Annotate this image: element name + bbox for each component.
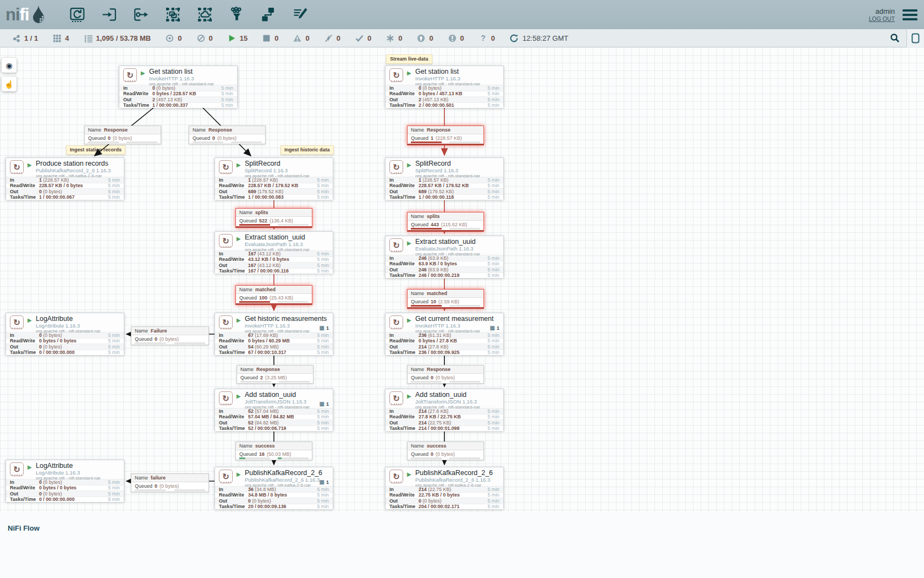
processor-bundle: org.apache.nifi - nifi-standard-nar [149,81,237,86]
global-menu-button[interactable] [903,7,917,23]
size-backpressure-bar [231,141,262,143]
processor-stamp-icon: ↻ [389,238,403,252]
connection-label[interactable]: Name Response Queued 0 (0 bytes) [84,126,161,144]
connection-label[interactable]: Name failure Queued 0 (0 bytes) [131,473,209,492]
processor[interactable]: ↻ ▶ Extract station_uuid EvaluateJsonPat… [215,231,333,274]
processor[interactable]: ↻ ▶ Produce station records PublishKafka… [6,157,124,200]
search-button[interactable] [890,33,900,43]
connection-label[interactable]: Name matched Queued 100 (25.43 KB) [235,285,312,305]
toolbar-output-port-button[interactable] [133,6,150,24]
queued-count: 0 [108,135,111,141]
running-status-icon: ▶ [237,317,241,323]
connection-relationship: Response [208,127,232,133]
processor-stamp-icon: ↻ [10,160,24,174]
running-status-icon: ▶ [407,317,411,323]
toolbar-process-group-button[interactable] [164,6,182,24]
processor[interactable]: ↻ ▶ SplitRecord SplitRecord 1.16.3 org.a… [385,157,504,200]
connection-label[interactable]: Name success Queued 0 (0 bytes) [407,441,484,460]
queued-size: (0 bytes) [160,483,179,489]
processor-name: LogAttribute [36,313,124,323]
canvas-label[interactable]: Stream live-data [386,54,432,64]
last-refreshed[interactable]: 12:58:27 GMT [510,34,568,42]
connection-label[interactable]: Name matched Queued 10 (2.59 KB) [407,289,484,309]
processor[interactable]: ↻ ▶ Get station list InvokeHTTP 1.16.3 o… [385,66,504,108]
processor[interactable]: ↻ ▶ PublishKafkaRecord_2_6 PublishKafkaR… [215,467,333,509]
logout-link[interactable]: LOG OUT [869,15,895,22]
queued-count: 0 [155,336,157,342]
connection-relationship: Failure [151,328,167,334]
target-tool-button[interactable]: ◉ [2,58,16,73]
count-backpressure-bar [88,141,119,143]
processor[interactable]: ↻ ▶ Add station_uuid JoltTransformJSON 1… [385,389,504,431]
processor-stamp-icon: ↻ [219,160,233,174]
connection-label[interactable]: Name splits Queued 522 (136.4 KB) [235,208,312,228]
processor-type: PublishKafkaRecord_2_6 1.16.3 [36,167,124,173]
queued-size: (25.43 KB) [270,295,293,301]
breadcrumb-root[interactable]: NiFi Flow [8,524,40,532]
connection-label[interactable]: Name Response Queued 1 (228.57 KB) [407,126,484,145]
processor[interactable]: ↻ ▶ Extract station_uuid EvaluateJsonPat… [385,236,504,278]
connection-relationship: Response [427,367,450,372]
processor-name: Get station list [149,66,237,75]
connection-label[interactable]: Name Failure Queued 0 (0 bytes) [131,326,209,345]
connection-relationship: splits [427,214,440,219]
toolbar-processor-button[interactable] [69,6,86,24]
canvas-label[interactable]: Ingest historic data [280,145,334,155]
queued-count: 443 [431,222,439,227]
search-icon [890,33,900,43]
stat-row: Tasks/Time0 / 00:00:00.0005 min [6,497,124,503]
processor[interactable]: ↻ ▶ Get current measurement InvokeHTTP 1… [385,313,504,355]
connection-label[interactable]: Name Response Queued 0 (0 bytes) [407,365,484,384]
connection-label[interactable]: Name Response Queued 2 (3.25 MB) [237,365,314,384]
processor-name: Add station_uuid [245,389,333,399]
processor[interactable]: ↻ ▶ Get station list InvokeHTTP 1.16.3 o… [119,66,238,108]
toolbar-label-button[interactable] [292,6,310,24]
connection-label[interactable]: Name success Queued 16 (50.03 MB) [235,441,312,460]
flow-canvas[interactable]: Ingest station recordsIngest historic da… [0,47,924,578]
toolbar-template-button[interactable] [260,6,278,24]
stat-row: Read/Write0 bytes / 228.57 KB5 min [119,91,237,97]
connection-relationship: failure [151,475,166,481]
toolbar-remote-process-group-button[interactable] [196,6,214,24]
processor[interactable]: ↻ ▶ LogAttribute LogAttribute 1.16.3 org… [6,313,124,355]
queued-count: 16 [259,451,265,457]
canvas-label[interactable]: Ingest station records [66,145,125,155]
stat-row: Out2 (457.13 KB)5 min [386,96,503,102]
connection-label[interactable]: Name Response Queued 0 (0 bytes) [189,126,266,144]
stat-row: Read/Write0 bytes / 0 bytes5 min [6,485,124,491]
count-backpressure-bar [411,457,442,459]
stat-row: Read/Write0 bytes / 60.29 MB5 min [215,338,333,344]
queued-size: (0 bytes) [113,135,132,141]
processor-stamp-icon: ↻ [389,68,403,82]
processor[interactable]: ↻ ▶ PublishKafkaRecord_2_6 PublishKafkaR… [385,467,504,509]
stat-row: Tasks/Time1 / 00:00:00.0675 min [6,194,124,200]
nifi-logo: nifi [6,4,47,25]
toolbar-funnel-button[interactable] [228,6,246,24]
processor[interactable]: ↻ ▶ Add station_uuid JoltTransformJSON 1… [215,389,333,431]
processor[interactable]: ↻ ▶ Get historic measurements InvokeHTTP… [215,313,333,355]
hand-pointer-tool-button[interactable]: ☝ [2,77,16,91]
processor[interactable]: ↻ ▶ SplitRecord SplitRecord 1.16.3 org.a… [215,157,333,200]
toolbar-input-port-button[interactable] [101,6,118,24]
connection-relationship: matched [427,291,447,296]
processor-icon [69,6,86,23]
processor-stamp-icon: ↻ [10,315,24,329]
panel-toggle-button[interactable] [906,29,924,47]
stat-row: Read/Write22.75 KB / 0 bytes5 min [386,492,503,498]
processor-stamp-icon: ↻ [389,315,403,329]
stat-row: Out0 (0 bytes)5 min [6,188,124,194]
threads-icon [53,34,61,42]
processor-name: Get station list [415,66,503,75]
remote-process-group-icon [196,6,213,23]
processor-bundle: org.apache.nifi - nifi-standard-nar [245,247,333,252]
queued-size: (0 bytes) [436,375,455,380]
processor[interactable]: ↻ ▶ LogAttribute LogAttribute 1.16.3 org… [6,460,124,502]
processor-name: Get historic measurements [245,313,333,323]
nifi-drop-icon [30,4,47,25]
processor-name: SplitRecord [415,158,503,167]
connection-relationship: success [255,443,275,449]
panel-icon [911,33,920,43]
connection-label[interactable]: Name splits Queued 443 (115.62 KB) [407,212,484,232]
active-threads-badge: ▦1 [320,325,329,331]
count-backpressure-bar [193,141,223,143]
